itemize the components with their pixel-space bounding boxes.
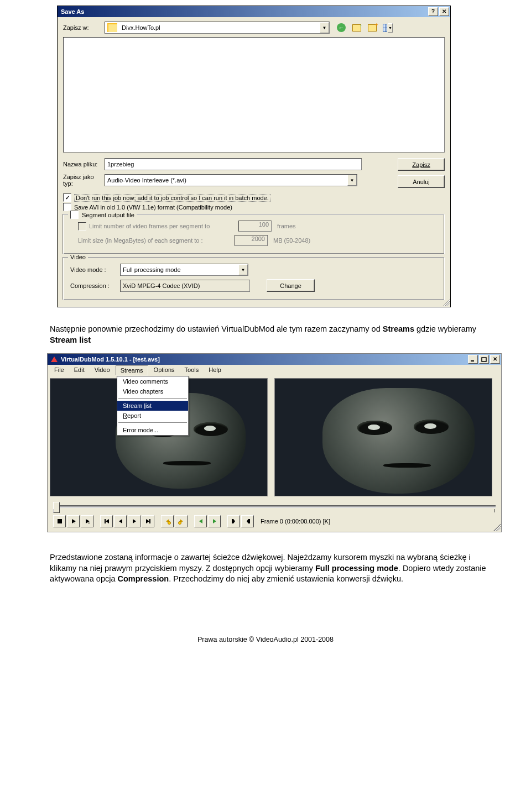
new-folder-button[interactable]: [367, 23, 377, 33]
mark-in-button[interactable]: [227, 515, 240, 527]
back-button[interactable]: ←: [336, 23, 346, 33]
vdm-title: VirtualDubMod 1.5.10.1 - [test.avs]: [61, 356, 467, 363]
segment-checkbox[interactable]: [70, 211, 79, 219]
menu-item-video-chapters[interactable]: Video chapters: [117, 386, 188, 396]
batch-checkbox[interactable]: [63, 193, 71, 202]
frame-status: Frame 0 (0:00:00.000) [K]: [261, 518, 330, 525]
video-fieldset: Video Video mode : Full processing mode …: [63, 258, 445, 300]
menu-edit[interactable]: Edit: [70, 365, 89, 375]
resize-grip-icon[interactable]: [442, 299, 450, 306]
views-button[interactable]: ▼: [383, 23, 393, 33]
resize-grip-icon[interactable]: [493, 524, 501, 531]
limit-frames-value: 100: [238, 221, 272, 232]
svg-text:I: I: [75, 521, 75, 525]
menu-item-report[interactable]: Report: [117, 411, 188, 421]
video-preview-output: [274, 378, 492, 496]
menu-streams[interactable]: Streams: [116, 365, 148, 375]
maximize-button[interactable]: [479, 355, 489, 364]
change-button[interactable]: Change: [267, 279, 315, 292]
close-button[interactable]: ✕: [490, 355, 500, 364]
compat-checkbox[interactable]: [63, 203, 71, 211]
cancel-button[interactable]: Anuluj: [398, 175, 445, 188]
goto-end-button[interactable]: [142, 515, 154, 527]
timeline-slider[interactable]: [53, 501, 496, 513]
segment-fieldset: Segment output file Limit number of vide…: [63, 214, 445, 254]
save-type-label: Zapisz jako typ:: [63, 174, 105, 187]
compression-label: Compression :: [70, 282, 120, 289]
goto-start-button[interactable]: [100, 515, 113, 527]
svg-point-16: [178, 522, 181, 525]
menu-separator: [118, 398, 187, 399]
filename-value: 1przebieg: [107, 161, 134, 167]
svg-marker-9: [119, 519, 122, 523]
virtualdubmod-window: VirtualDubMod 1.5.10.1 - [test.avs] ✕ Fi…: [47, 353, 502, 532]
menu-video[interactable]: Video: [90, 365, 114, 375]
look-in-value: Divx.HowTo.pl: [119, 24, 320, 31]
file-list[interactable]: [63, 37, 445, 153]
play-output-button[interactable]: O: [81, 515, 93, 527]
compat-label: Save AVI in old 1.0 (VfW 1.1e) format (C…: [74, 204, 232, 211]
limit-frames-checkbox: [78, 222, 86, 230]
dialog-title: Save As: [61, 8, 427, 15]
svg-marker-17: [199, 519, 202, 523]
folder-icon: [107, 23, 117, 32]
titlebar: Save As ? ✕: [58, 6, 450, 17]
svg-marker-18: [213, 519, 216, 523]
menu-tools[interactable]: Tools: [180, 365, 204, 375]
filename-input[interactable]: 1przebieg: [105, 158, 362, 170]
svg-rect-7: [105, 519, 106, 523]
menubar: File Edit Video Streams Options Tools He…: [48, 365, 501, 376]
minimize-button[interactable]: [468, 355, 478, 364]
limit-size-value: 2000: [235, 235, 268, 246]
batch-label: Don't run this job now; add it to job co…: [74, 194, 270, 202]
limit-size-label: Limit size (in MegaBytes) of each segmen…: [78, 237, 235, 244]
stop-button[interactable]: [53, 515, 66, 527]
prev-keyframe-button[interactable]: [161, 515, 174, 527]
save-type-combo[interactable]: Audio-Video Interleave (*.avi) ▼: [105, 174, 357, 186]
video-mode-label: Video mode :: [70, 266, 120, 273]
next-frame-button[interactable]: [128, 515, 140, 527]
look-in-combo[interactable]: Divx.HowTo.pl ▼: [105, 22, 330, 34]
svg-rect-2: [58, 519, 62, 523]
menu-help[interactable]: Help: [204, 365, 226, 375]
playback-controls: I O Frame 0 (0:00:00.000) [K]: [50, 514, 499, 532]
next-scene-button[interactable]: [208, 515, 221, 527]
filename-label: Nazwa pliku:: [63, 161, 105, 167]
compression-value-box: XviD MPEG-4 Codec (XVID): [120, 280, 250, 292]
play-input-button[interactable]: I: [67, 515, 80, 527]
dropdown-icon[interactable]: ▼: [320, 22, 329, 33]
help-button[interactable]: ?: [428, 7, 438, 16]
menu-file[interactable]: File: [50, 365, 69, 375]
svg-rect-1: [482, 358, 486, 362]
segment-legend: Segment output file: [82, 212, 134, 218]
prev-scene-button[interactable]: [194, 515, 207, 527]
video-mode-combo[interactable]: Full processing mode ▼: [120, 264, 248, 276]
prev-frame-button[interactable]: [114, 515, 127, 527]
limit-size-unit: MB (50-2048): [273, 237, 310, 244]
close-button[interactable]: ✕: [439, 7, 449, 16]
dropdown-icon[interactable]: ▼: [238, 264, 248, 275]
next-keyframe-button[interactable]: [175, 515, 188, 527]
svg-point-14: [168, 522, 170, 525]
svg-marker-8: [106, 519, 109, 523]
menu-item-error-mode[interactable]: Error mode...: [117, 425, 188, 435]
menu-item-video-comments[interactable]: Video comments: [117, 376, 188, 386]
mark-out-button[interactable]: [241, 515, 254, 527]
app-icon: [50, 355, 59, 364]
dropdown-icon[interactable]: ▼: [347, 175, 357, 186]
video-legend: Video: [68, 254, 88, 260]
svg-text:O: O: [88, 521, 90, 525]
menu-separator: [118, 422, 187, 423]
save-button[interactable]: Zapisz: [398, 158, 445, 171]
save-as-dialog: Save As ? ✕ Zapisz w: Divx.HowTo.pl ▼ ← …: [57, 6, 451, 307]
svg-marker-10: [133, 519, 136, 523]
up-one-level-button[interactable]: [352, 23, 362, 33]
menu-item-stream-list[interactable]: Stream list: [117, 401, 188, 411]
svg-rect-0: [471, 360, 474, 362]
paragraph-1: Następnie ponownie przechodzimy do ustaw…: [50, 324, 498, 345]
svg-marker-11: [146, 519, 149, 523]
footer-copyright: Prawa autorskie © VideoAudio.pl 2001-200…: [0, 636, 531, 649]
limit-frames-unit: frames: [277, 223, 296, 229]
streams-dropdown: Video comments Video chapters Stream lis…: [117, 376, 189, 436]
menu-options[interactable]: Options: [149, 365, 179, 375]
